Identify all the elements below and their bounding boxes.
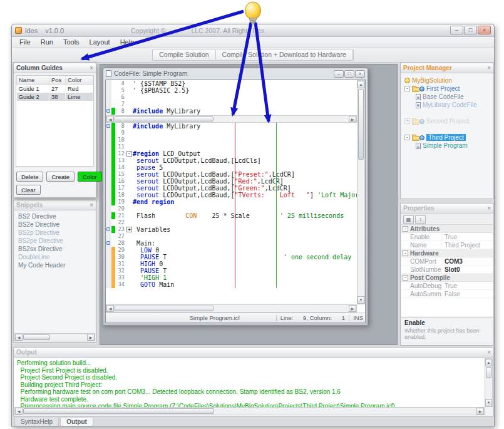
tree-item-simple-program[interactable]: Simple Program	[401, 142, 493, 150]
code-line-5[interactable]: 5' {$PBASIC 2.5}	[106, 87, 357, 94]
property-category-hardware[interactable]: -Hardware	[401, 249, 493, 257]
col-pos-header[interactable]: Pos	[49, 76, 66, 85]
editor-top-horizontal-scrollbar[interactable]: ◀▶	[106, 115, 357, 123]
scrollbar-track[interactable]	[23, 334, 87, 341]
delete-button[interactable]: Delete	[16, 172, 43, 182]
editor-minimize-button[interactable]: –	[334, 70, 344, 78]
close-icon[interactable]: ×	[487, 205, 491, 212]
menu-file[interactable]: File	[14, 38, 36, 46]
guide-row-1[interactable]: Guide 1 27 Red	[17, 85, 93, 93]
scroll-right-icon[interactable]: ▶	[349, 305, 356, 312]
tree-item-mylibrary-codefile[interactable]: MyLibrary CodeFile	[401, 101, 493, 109]
code-line-27[interactable]: 27	[106, 233, 357, 240]
property-autosummary[interactable]: AutoSummaryFalse	[401, 290, 493, 298]
snippet-bs2e-directive[interactable]: BS2e Directive	[14, 221, 95, 229]
property-category-attributes[interactable]: -Attributes	[401, 225, 493, 233]
scrollbar-track[interactable]	[114, 116, 349, 122]
scrollbar-track[interactable]	[114, 305, 349, 312]
clear-button[interactable]: Clear	[16, 185, 41, 195]
code-line-34[interactable]: 34 GOTO Main	[106, 281, 357, 288]
scroll-left-icon[interactable]: ◀	[15, 334, 23, 341]
property-name[interactable]: NameThird Project	[401, 241, 493, 249]
tab-syntaxhelp[interactable]: SyntaxHelp	[14, 418, 59, 426]
code-line-21[interactable]: 21 Flash CON 25 * Scale ' 25 millisecond…	[106, 212, 357, 219]
window-titlebar[interactable]: ides v1.0.0 Copyright © LLC 2007. All Ri…	[12, 24, 494, 37]
snippet-my-code-header[interactable]: My Code Header	[14, 262, 95, 270]
code-line-8[interactable]: 8#include MyLibrary	[106, 108, 357, 115]
property-value[interactable]: True	[441, 234, 493, 240]
property-value[interactable]: False	[441, 291, 493, 297]
code-line-29[interactable]: 29 LOW 0	[106, 247, 357, 254]
scroll-up-icon[interactable]: ▲	[485, 359, 492, 366]
col-color-header[interactable]: Color	[66, 76, 93, 85]
code-line-4[interactable]: 4' {$STAMP BS2}	[106, 80, 357, 87]
code-line-9[interactable]: 9	[106, 130, 357, 137]
scrollbar-thumb[interactable]	[23, 334, 50, 340]
collapse-icon[interactable]: -	[404, 135, 410, 140]
code-line-8[interactable]: 8#include MyLibrary	[106, 123, 357, 130]
property-category-post-compile[interactable]: -Post Compile	[401, 274, 493, 282]
property-value[interactable]: Third Project	[441, 242, 493, 249]
output-header[interactable]: Output ×	[14, 348, 493, 358]
scroll-down-icon[interactable]: ▼	[485, 399, 492, 406]
code-line-23[interactable]: 23+ Variables	[106, 226, 357, 233]
editor-horizontal-scrollbar[interactable]: ◀▶	[106, 304, 357, 313]
color-button[interactable]: Color	[78, 172, 102, 182]
code-line-28[interactable]: 28 Main:	[106, 240, 357, 247]
menu-layout[interactable]: Layout	[85, 38, 115, 46]
editor-titlebar[interactable]: CodeFile: Simple Program – □ ×	[103, 68, 368, 79]
fold-toggle-icon[interactable]: +	[126, 227, 132, 232]
collapse-icon[interactable]: -	[403, 275, 408, 281]
tree-item-second-project[interactable]: +Second Project	[401, 117, 493, 125]
tab-output[interactable]: Output	[60, 418, 93, 426]
editor-maximize-button[interactable]: □	[344, 70, 354, 78]
close-button[interactable]: ×	[478, 26, 491, 34]
tree-item-mybigsolution[interactable]: MyBigSolution	[401, 76, 493, 85]
code-line-10[interactable]: 10	[106, 137, 357, 143]
property-comport[interactable]: COMPortCOM3	[401, 257, 493, 266]
menu-help[interactable]: Help	[115, 38, 140, 46]
snippet-bs2sx-directive[interactable]: BS2sx Directive	[14, 246, 95, 254]
code-line-12[interactable]: 12-#region LCD_Output	[106, 150, 357, 157]
code-line-17[interactable]: 17 serout LCDOutput,LcdBaud,["Green:",Lc…	[106, 185, 357, 192]
code-line-20[interactable]: 20	[106, 205, 357, 212]
property-value[interactable]: True	[441, 282, 493, 289]
scroll-right-icon[interactable]: ▶	[87, 334, 95, 341]
menu-tools[interactable]: Tools	[58, 38, 85, 46]
collapse-icon[interactable]: -	[404, 86, 410, 91]
code-line-7[interactable]: 7	[106, 101, 357, 108]
snippets-horizontal-scrollbar[interactable]: ◀▶	[14, 333, 95, 341]
code-line-31[interactable]: 31 HIGH 0	[106, 261, 357, 267]
scroll-right-icon[interactable]: ▶	[476, 408, 484, 415]
categorized-icon[interactable]: ▦	[403, 215, 414, 224]
snippets-header[interactable]: Snippets ×	[14, 200, 96, 210]
menu-run[interactable]: Run	[36, 38, 58, 46]
code-line-15[interactable]: 15 serout LCDOutput,LcdBaud,["Preset:",L…	[106, 171, 357, 178]
tree-item-third-project[interactable]: -Third Project	[401, 133, 493, 142]
property-slotnumber[interactable]: SlotNumberSlot0	[401, 266, 493, 274]
property-value[interactable]: COM3	[441, 258, 493, 265]
code-line-33[interactable]: 33 'HIGH 1	[106, 274, 357, 281]
code-line-30[interactable]: 30 PAUSE T ' one second delay	[106, 254, 357, 261]
scroll-right-icon[interactable]: ▶	[349, 116, 356, 122]
scrollbar-track[interactable]	[23, 408, 476, 415]
guide-row-2[interactable]: Guide 2 38 Lime	[17, 93, 93, 101]
code-line-32[interactable]: 32 PAUSE T	[106, 267, 357, 274]
collapse-icon[interactable]: -	[403, 251, 408, 256]
property-autodebug[interactable]: AutoDebugTrue	[401, 282, 493, 290]
scrollbar-thumb[interactable]	[486, 367, 491, 378]
output-content[interactable]: Performing solution build... Project Fir…	[14, 358, 485, 407]
scroll-up-icon[interactable]: ▲	[357, 81, 364, 88]
close-icon[interactable]: ×	[487, 349, 491, 356]
maximize-button[interactable]: □	[464, 26, 477, 34]
scrollbar-track[interactable]	[485, 366, 492, 399]
scrollbar-thumb[interactable]	[23, 408, 214, 414]
code-line-16[interactable]: 16 serout LCDOutput,LcdBaud,["Red:",LcdC…	[106, 178, 357, 185]
editor-split-pane-top[interactable]: 4' {$STAMP BS2}5' {$PBASIC 2.5}678#inclu…	[106, 80, 357, 115]
project-manager-header[interactable]: Project Manager ×	[401, 63, 493, 73]
expand-icon[interactable]: +	[404, 118, 410, 124]
scrollbar-thumb[interactable]	[115, 116, 213, 121]
scrollbar-track[interactable]	[357, 88, 364, 296]
code-line-14[interactable]: 14 pause 5	[106, 164, 357, 171]
code-line-19[interactable]: 19#end region	[106, 199, 357, 205]
